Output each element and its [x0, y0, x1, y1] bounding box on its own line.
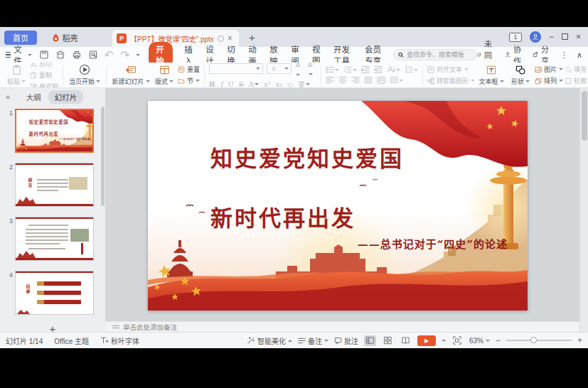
chevron-down-icon: [256, 68, 260, 70]
undo-icon[interactable]: ↶: [105, 48, 114, 62]
convert-smartart-button[interactable]: 转智能图形: [427, 76, 475, 85]
grow-font-button[interactable]: A: [295, 63, 304, 77]
layout-button[interactable]: 版式: [152, 65, 176, 86]
comments-button[interactable]: 批注: [334, 335, 358, 346]
play-from-current-button[interactable]: 当页开始: [68, 64, 102, 86]
format-painter-button[interactable]: 格式刷: [30, 82, 58, 88]
underline-button[interactable]: U: [228, 80, 233, 88]
collapse-panel-icon[interactable]: «: [6, 92, 10, 101]
thumbnail-image[interactable]: 前言: [15, 163, 94, 207]
quick-access-toolbar: ↶ ↷: [39, 48, 141, 62]
slide-thumbnail-1[interactable]: 1 知史爱党知史爱国 新时代再出发 ——总书记对于“四史”的论述: [4, 109, 101, 153]
font-color-button[interactable]: A: [249, 80, 259, 88]
shrink-font-button[interactable]: A: [308, 63, 316, 77]
scrollbar-thumb[interactable]: [582, 91, 587, 141]
tab-slides[interactable]: 幻灯片: [48, 90, 84, 104]
numbering-button[interactable]: [343, 65, 357, 74]
slide-thumbnail-3[interactable]: 3: [4, 217, 101, 261]
slide-sorter-view-button[interactable]: [382, 335, 394, 346]
add-slide-button[interactable]: +: [50, 323, 56, 335]
save-icon[interactable]: [39, 50, 49, 60]
slide-title[interactable]: 知史爱党知史爱国: [210, 141, 404, 173]
slide-thumbnail-4[interactable]: 4 目录: [4, 271, 101, 315]
paste-label: 粘贴: [7, 77, 20, 86]
command-search[interactable]: [393, 49, 477, 60]
tab-docer[interactable]: 稻壳: [44, 31, 85, 45]
print-preview-icon[interactable]: [88, 50, 98, 60]
fit-to-window-button[interactable]: [451, 335, 464, 346]
superscript-button[interactable]: x²: [264, 80, 271, 88]
chevron-down-icon[interactable]: [136, 54, 140, 56]
new-tab-button[interactable]: +: [249, 32, 255, 43]
text-tools-group: 对齐文本 转智能图形: [427, 65, 475, 85]
reset-button[interactable]: 重置: [178, 65, 200, 74]
export-icon[interactable]: [55, 50, 65, 60]
section-button[interactable]: 节: [178, 76, 200, 85]
panel-scrollbar[interactable]: [101, 107, 105, 206]
font-size-combo[interactable]: 0: [267, 63, 292, 74]
print-icon[interactable]: [72, 50, 82, 60]
zoom-slider[interactable]: [506, 340, 572, 341]
textbox-button[interactable]: 文本框: [476, 65, 506, 86]
thumbnail-image[interactable]: 知史爱党知史爱国 新时代再出发 ——总书记对于“四史”的论述: [15, 109, 94, 153]
search-input[interactable]: [407, 51, 472, 58]
chevron-down-icon: [399, 80, 403, 82]
zoom-slider-knob[interactable]: [530, 337, 537, 343]
notes-bar[interactable]: 单击此处添加备注: [105, 321, 579, 332]
slide-thumbnail-2[interactable]: 2 前言: [4, 163, 101, 207]
thumbnail-image[interactable]: 目录: [15, 271, 94, 315]
shapes-button[interactable]: 形状: [508, 65, 533, 86]
normal-view-button[interactable]: [364, 335, 376, 346]
line-spacing-button[interactable]: [405, 65, 418, 74]
slide-caption[interactable]: ——总书记对于“四史”的论述: [358, 236, 508, 251]
paste-button[interactable]: 粘贴: [4, 65, 28, 86]
ppt-file-icon: P: [117, 33, 127, 43]
picture-button[interactable]: 图片: [535, 65, 563, 74]
slide-subtitle-line[interactable]: 新时代再出发: [210, 200, 356, 232]
slideshow-play-button[interactable]: ▶: [417, 335, 436, 346]
zoom-out-button[interactable]: −: [496, 335, 501, 345]
tab-home[interactable]: 首页: [4, 31, 37, 45]
bold-button[interactable]: B: [209, 80, 215, 88]
distribute-button[interactable]: [377, 76, 385, 85]
italic-button[interactable]: I: [220, 80, 223, 88]
text-effect-button[interactable]: 变: [298, 79, 310, 89]
fonts-plugin[interactable]: 秋叶字体: [100, 335, 139, 346]
outline-button[interactable]: 轮廓: [565, 76, 588, 85]
fill-button[interactable]: 填充: [565, 65, 588, 74]
arrange-button[interactable]: 排列: [535, 76, 563, 85]
notes-toggle-button[interactable]: 备注: [298, 335, 328, 346]
subscript-button[interactable]: x₂: [276, 80, 283, 88]
redo-icon[interactable]: ↷: [120, 48, 129, 62]
align-text-icon: [427, 66, 434, 73]
current-slide[interactable]: 知史爱党知史爱国 新时代再出发 ——总书记对于“四史”的论述: [148, 101, 528, 311]
increase-indent-button[interactable]: [374, 65, 383, 74]
vertical-scrollbar[interactable]: [579, 88, 588, 332]
align-left-button[interactable]: [326, 76, 334, 85]
font-name-combo[interactable]: [209, 63, 263, 74]
smart-beautify-button[interactable]: 智能美化: [247, 335, 292, 346]
zoom-in-button[interactable]: +: [577, 335, 582, 345]
collapse-ribbon-icon[interactable]: ∧: [577, 50, 582, 60]
columns-button[interactable]: [390, 76, 403, 85]
thumbnail-image[interactable]: [15, 217, 94, 261]
cut-button[interactable]: 剪切: [30, 63, 58, 68]
align-center-button[interactable]: [338, 76, 347, 85]
strikethrough-button[interactable]: S: [239, 80, 244, 88]
tab-status-icon: [218, 36, 224, 42]
decrease-indent-button[interactable]: [361, 65, 370, 74]
more-menu-icon[interactable]: ⋮: [560, 50, 568, 60]
align-text-button[interactable]: 对齐文本: [427, 65, 475, 74]
theme-name[interactable]: Office 主题: [54, 335, 89, 346]
copy-button[interactable]: 复制: [30, 70, 58, 80]
highlight-color-button[interactable]: ◇: [287, 80, 293, 88]
chevron-down-icon[interactable]: [442, 340, 446, 342]
tab-outline[interactable]: 大纲: [26, 92, 41, 102]
reading-view-button[interactable]: [400, 335, 412, 346]
zoom-level[interactable]: 63%: [469, 337, 490, 345]
new-slide-button[interactable]: 新建幻灯片: [111, 65, 151, 86]
bullets-button[interactable]: [326, 65, 339, 74]
align-right-button[interactable]: [351, 76, 360, 85]
justify-button[interactable]: [364, 76, 373, 85]
text-direction-button[interactable]: [387, 65, 400, 74]
